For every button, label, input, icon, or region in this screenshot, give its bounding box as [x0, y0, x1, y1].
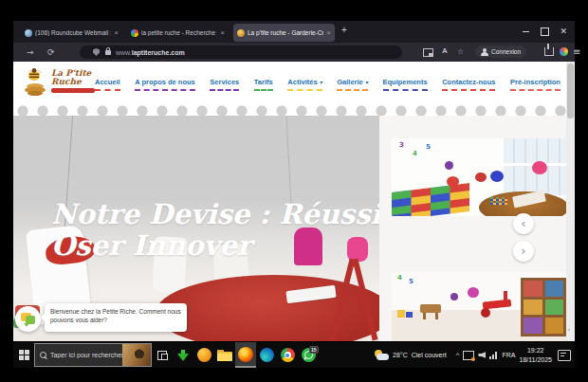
- number-cards: [490, 197, 507, 205]
- notification-center-icon[interactable]: [558, 350, 571, 361]
- logo-ribbon: [51, 88, 95, 93]
- weather-desc[interactable]: Ciel couvert: [412, 352, 447, 358]
- nav-contactez-nous[interactable]: Contactez-nous: [442, 78, 495, 91]
- whatsapp-icon: 15: [302, 348, 316, 362]
- wooden-toy-table: [420, 304, 441, 313]
- speaker-tray-icon[interactable]: [478, 352, 486, 358]
- wall-number: 5: [426, 143, 431, 151]
- bee-logo-icon: [23, 67, 47, 96]
- url-text[interactable]: www.laptiteruche.com: [116, 49, 185, 56]
- picture-in-picture-icon[interactable]: [423, 48, 433, 57]
- scrollbar-thumb[interactable]: [567, 64, 574, 118]
- tab-laptiteruche-active[interactable]: La p'tite ruche - Garderie-Crèch ×: [233, 24, 335, 42]
- tab-title: (106) Roundcube Webmail :: Bo: [35, 29, 111, 36]
- blue-balloon: [490, 171, 504, 182]
- playroom-photo-bottom: 4 5: [392, 272, 566, 341]
- wall-number: 3: [399, 141, 404, 149]
- lock-icon[interactable]: [105, 50, 111, 55]
- windows-taskbar: Taper ici pour rechercher: [13, 342, 575, 368]
- folder-icon: [217, 350, 232, 361]
- clock-time: 19:22: [519, 346, 552, 355]
- weather-icon: [374, 350, 389, 361]
- bee-favicon: [237, 29, 245, 37]
- page-scrollbar[interactable]: ˅: [566, 62, 575, 341]
- share-icon[interactable]: [544, 47, 554, 56]
- orange-app-button[interactable]: [193, 342, 214, 368]
- windows-logo-icon: [19, 350, 29, 360]
- idm-taskbar-button[interactable]: [173, 342, 193, 368]
- google-favicon: [131, 29, 138, 37]
- edge-icon: [260, 348, 274, 362]
- task-view-icon: [157, 351, 168, 360]
- hero-text: Notre Devise : Réussir Oser Innover: [51, 199, 379, 262]
- chrome-taskbar-button[interactable]: [277, 342, 298, 368]
- search-highlight-image[interactable]: [122, 344, 151, 366]
- start-button[interactable]: [13, 342, 34, 368]
- wooden-toy-leg: [423, 313, 426, 319]
- weather-temp[interactable]: 28°C: [393, 352, 408, 358]
- shield-icon[interactable]: [93, 48, 100, 56]
- nav-a-propos[interactable]: A propos de nous: [135, 78, 194, 91]
- clock[interactable]: 19:22 18/11/2025: [519, 346, 552, 363]
- network-tray-icon[interactable]: [489, 352, 498, 359]
- scalloped-border: [13, 104, 566, 116]
- nav-activites[interactable]: Activités ▾: [287, 78, 322, 91]
- connexion-label: Connexion: [491, 48, 521, 55]
- tooltip-tail: [41, 314, 45, 321]
- nav-pre-inscription[interactable]: Pré-inscription: [510, 78, 560, 91]
- tray-expand-caret[interactable]: ^: [456, 351, 460, 359]
- firefox-icon: [238, 347, 253, 362]
- whatsapp-taskbar-button[interactable]: 15: [298, 342, 319, 368]
- orange-circle-icon: [197, 348, 211, 362]
- address-bar[interactable]: www.laptiteruche.com: [80, 45, 402, 59]
- extension-colorwheel-icon[interactable]: [560, 47, 568, 56]
- carousel-next-button[interactable]: ›: [513, 241, 534, 262]
- red-beanbag: [447, 176, 459, 187]
- chat-bubble-tail: [24, 323, 29, 327]
- foam-mats: [392, 183, 469, 216]
- tab-close-icon[interactable]: ×: [220, 28, 225, 37]
- red-trike-wheel: [481, 308, 490, 318]
- playroom-photo-top: 3 4 5: [392, 138, 566, 216]
- close-window-button[interactable]: ✕: [560, 27, 567, 36]
- tab-close-icon[interactable]: ×: [326, 28, 331, 37]
- logo-text[interactable]: La P'tite Ruche: [51, 69, 95, 93]
- wall-number: 4: [397, 274, 402, 282]
- red-balloon: [475, 173, 487, 182]
- nav-equipements[interactable]: Equipements: [383, 78, 428, 91]
- screenshot-root: (106) Roundcube Webmail :: Bo × la petit…: [0, 0, 588, 382]
- menu-hamburger-icon[interactable]: ≡: [573, 43, 580, 62]
- bookmark-star-icon[interactable]: ☆: [457, 43, 464, 62]
- nav-tarifs[interactable]: Tarifs: [254, 78, 273, 91]
- translate-icon[interactable]: A: [442, 46, 448, 55]
- minimize-button[interactable]: [523, 31, 529, 32]
- download-arrow-icon: [177, 350, 189, 361]
- language-indicator[interactable]: FRA: [502, 352, 515, 358]
- firefox-taskbar-button[interactable]: [235, 342, 256, 368]
- file-explorer-button[interactable]: [214, 342, 235, 368]
- carousel-prev-button[interactable]: ‹: [513, 213, 534, 234]
- blue-block: [406, 312, 413, 318]
- nav-accueil[interactable]: Accueil: [95, 78, 120, 91]
- hero-line1: Notre Devise : Réussir: [51, 199, 379, 230]
- nav-services[interactable]: Services: [210, 78, 239, 91]
- edge-taskbar-button[interactable]: [256, 342, 277, 368]
- search-icon: [40, 352, 46, 358]
- display-tray-icon[interactable]: [463, 351, 474, 360]
- new-tab-button[interactable]: +: [341, 25, 347, 35]
- tab-close-icon[interactable]: ×: [114, 28, 119, 37]
- tab-title: La p'tite ruche - Garderie-Crèch: [248, 29, 323, 36]
- scroll-down-arrow-icon[interactable]: ˅: [567, 329, 571, 337]
- reload-icon[interactable]: ⟳: [47, 43, 55, 62]
- tab-webmail[interactable]: (106) Roundcube Webmail :: Bo ×: [21, 24, 122, 42]
- connexion-button[interactable]: Connexion: [475, 45, 526, 58]
- nav-gallerie[interactable]: Gallerie ▾: [337, 78, 368, 91]
- chrome-icon: [281, 348, 295, 362]
- pink-balloon: [468, 287, 479, 298]
- tab-google-search[interactable]: la petite ruche - Recherche Goo ×: [127, 24, 229, 42]
- task-view-button[interactable]: [152, 342, 173, 368]
- chat-launcher-button[interactable]: [15, 306, 41, 332]
- taskbar-search-input[interactable]: Taper ici pour rechercher: [34, 343, 152, 367]
- forward-icon[interactable]: →: [27, 43, 34, 62]
- restore-button[interactable]: [541, 27, 549, 36]
